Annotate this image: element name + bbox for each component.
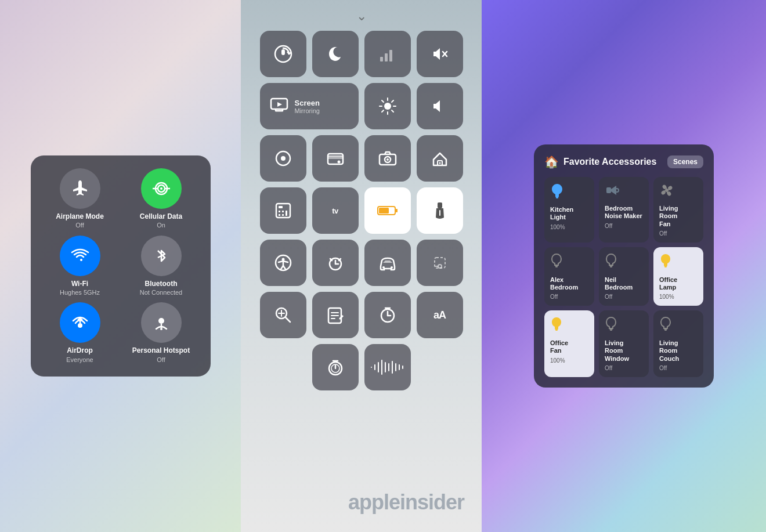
voice-memos-btn[interactable] [364, 344, 411, 390]
accessories-grid: KitchenLight 100% BedroomNoise Maker Off [544, 177, 703, 377]
living-room-window-icon [605, 316, 643, 336]
svg-rect-106 [609, 328, 613, 330]
svg-marker-18 [277, 102, 282, 107]
living-room-fan-item[interactable]: Living RoomFan Off [653, 177, 703, 243]
battery-btn[interactable] [364, 187, 411, 234]
collapse-chevron[interactable]: ⌄ [356, 9, 367, 24]
svg-rect-108 [664, 328, 667, 330]
svg-marker-13 [433, 48, 440, 60]
alex-bedroom-name: AlexBedroom [550, 276, 588, 291]
notes-btn[interactable] [312, 292, 359, 338]
bluetooth-label: BluetoothNot Connected [140, 280, 182, 297]
home-kit-btn[interactable] [417, 135, 463, 182]
airplane-mode-icon [60, 168, 100, 209]
stopwatch-btn[interactable] [312, 344, 359, 390]
wifi-item[interactable]: Wi-FiHughes 5GHz [42, 236, 118, 297]
svg-marker-28 [433, 100, 440, 112]
airplane-mode-label: Airplane ModeOff [56, 212, 104, 230]
do-not-disturb-btn[interactable] [312, 31, 359, 77]
screen-lock-btn[interactable] [260, 31, 306, 77]
svg-rect-12 [389, 50, 392, 61]
timer-btn[interactable] [364, 292, 411, 338]
svg-line-26 [392, 100, 393, 102]
kitchen-light-status: 100% [550, 224, 588, 230]
bedroom-noise-maker-item[interactable]: BedroomNoise Maker Off [599, 177, 649, 243]
bluetooth-item[interactable]: BluetoothNot Connected [124, 236, 199, 297]
svg-rect-94 [606, 187, 611, 193]
row2: Screen Mirroring [260, 83, 463, 129]
middle-panel: ⌄ [241, 0, 482, 532]
screen-mirroring-btn[interactable]: Screen Mirroring [260, 83, 359, 129]
office-fan-icon [550, 316, 588, 336]
svg-rect-46 [282, 214, 284, 216]
kitchen-light-item[interactable]: KitchenLight 100% [544, 177, 594, 243]
alarm-btn[interactable] [312, 240, 359, 286]
appletv-btn[interactable]: tv [312, 187, 359, 234]
neil-bedroom-icon [605, 253, 643, 273]
flashlight-btn[interactable] [417, 187, 463, 234]
living-room-couch-item[interactable]: Living RoomCouch Off [653, 310, 703, 377]
svg-rect-92 [555, 196, 559, 197]
neil-bedroom-name: NeilBedroom [605, 276, 643, 291]
carplay-btn[interactable] [364, 240, 411, 286]
home-header-left: 🏠 Favorite Accessories [544, 155, 656, 169]
svg-rect-11 [385, 53, 388, 61]
kitchen-light-name: KitchenLight [550, 206, 588, 221]
living-room-couch-name: Living RoomCouch [659, 339, 698, 363]
focus-btn[interactable] [260, 135, 306, 182]
cellular-widget-btn[interactable] [364, 31, 411, 77]
office-lamp-item[interactable]: OfficeLamp 100% [653, 247, 703, 306]
top-widgets-row [260, 31, 463, 77]
svg-line-27 [382, 110, 384, 112]
alex-bedroom-status: Off [550, 294, 588, 300]
text-size-btn[interactable]: aA [417, 292, 463, 338]
wallet-btn[interactable] [312, 135, 359, 182]
calculator-btn[interactable] [260, 187, 306, 234]
svg-rect-43 [282, 211, 284, 212]
svg-rect-101 [610, 266, 612, 267]
row3 [260, 135, 463, 182]
control-center-card: Airplane ModeOff Cellular DataOn [31, 155, 211, 377]
personal-hotspot-item[interactable]: Personal HotspotOff [124, 302, 199, 364]
screen-mirroring-icon [269, 95, 289, 118]
screen-record-btn[interactable] [417, 240, 463, 286]
living-room-window-item[interactable]: Living RoomWindow Off [599, 310, 649, 377]
svg-point-61 [391, 266, 393, 269]
accessibility-btn[interactable] [260, 240, 306, 286]
svg-point-7 [158, 318, 164, 324]
scenes-button[interactable]: Scenes [667, 155, 703, 168]
office-lamp-status: 100% [659, 294, 698, 300]
office-fan-status: 100% [550, 357, 588, 364]
row5 [260, 240, 463, 286]
living-room-couch-icon [659, 316, 698, 336]
svg-point-19 [384, 103, 391, 110]
svg-rect-32 [328, 157, 343, 159]
brightness-btn[interactable] [364, 83, 411, 129]
svg-point-97 [665, 189, 669, 192]
camera-btn[interactable] [364, 135, 411, 182]
office-fan-name: OfficeFan [550, 339, 588, 354]
svg-line-24 [382, 100, 384, 102]
living-room-fan-icon [659, 183, 698, 201]
living-room-couch-status: Off [659, 365, 698, 371]
alex-bedroom-item[interactable]: AlexBedroom Off [544, 247, 594, 306]
personal-hotspot-icon [141, 302, 182, 343]
wifi-icon [60, 236, 100, 276]
volume-btn[interactable] [417, 83, 463, 129]
cellular-data-item[interactable]: Cellular DataOn [124, 168, 199, 230]
svg-rect-100 [609, 265, 613, 266]
svg-point-8 [160, 328, 162, 330]
home-header: 🏠 Favorite Accessories Scenes [544, 155, 703, 169]
volume-widget-btn[interactable] [417, 31, 463, 77]
airplane-mode-item[interactable]: Airplane ModeOff [42, 168, 118, 230]
magnifier-btn[interactable] [260, 292, 306, 338]
svg-rect-103 [664, 266, 667, 267]
svg-rect-10 [380, 57, 383, 61]
neil-bedroom-item[interactable]: NeilBedroom Off [599, 247, 649, 306]
office-fan-item[interactable]: OfficeFan 100% [544, 310, 594, 377]
airdrop-item[interactable]: AirDropEveryone [42, 302, 118, 364]
svg-point-34 [337, 161, 340, 164]
svg-line-25 [392, 110, 393, 112]
cellular-data-icon [141, 168, 182, 209]
home-icon: 🏠 [544, 155, 559, 169]
